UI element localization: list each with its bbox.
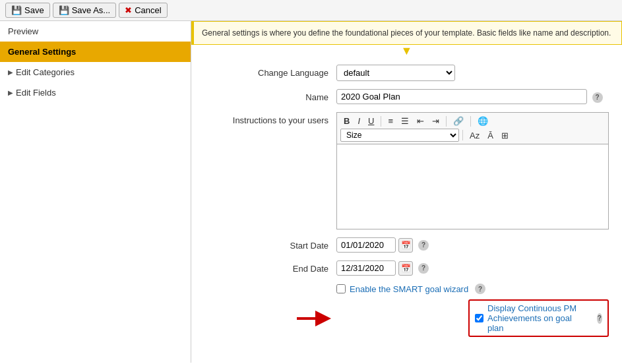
save-label: Save [24, 5, 44, 15]
sidebar-item-edit-fields[interactable]: Edit Fields [0, 82, 191, 103]
main-layout: Preview General Settings Edit Categories… [0, 21, 622, 363]
content-area: General settings is where you define the… [191, 21, 622, 363]
save-as-label: Save As... [72, 5, 111, 15]
instructions-label: Instructions to your users [204, 112, 336, 125]
end-date-calendar-icon[interactable]: 📅 [398, 261, 413, 276]
continuous-pm-label: Display Continuous PM Achievements on go… [487, 303, 590, 333]
instructions-control: B I U ≡ ☰ ⇤ ⇥ 🔗 🌐 Size [336, 112, 609, 229]
rte-sep-1 [381, 116, 381, 127]
rte-italic-button[interactable]: I [354, 115, 363, 127]
cancel-icon: ✖ [125, 5, 132, 15]
name-label: Name [204, 89, 336, 102]
end-date-control: 📅 ? [336, 260, 609, 276]
change-language-label: Change Language [204, 65, 336, 78]
smart-wizard-help-icon[interactable]: ? [475, 284, 485, 294]
save-icon: 💾 [11, 5, 22, 15]
sidebar: Preview General Settings Edit Categories… [0, 21, 191, 363]
arrow-indicator-svg [297, 310, 334, 327]
start-date-label: Start Date [204, 237, 336, 251]
continuous-pm-help-icon[interactable]: ? [597, 313, 602, 324]
start-date-input[interactable] [336, 237, 396, 253]
info-banner-text: General settings is where you define the… [202, 28, 611, 38]
change-language-control: default [336, 65, 609, 81]
continuous-pm-checkbox[interactable] [475, 314, 483, 322]
rte-sep-2 [446, 116, 447, 127]
end-date-label: End Date [204, 260, 336, 274]
rte-underline-button[interactable]: U [365, 115, 377, 127]
rte-smiley-button[interactable]: 🌐 [474, 115, 491, 127]
sidebar-item-preview[interactable]: Preview [0, 21, 191, 42]
continuous-pm-row: Display Continuous PM Achievements on go… [468, 299, 609, 337]
name-row: Name ? [204, 89, 609, 104]
start-date-help-icon[interactable]: ? [418, 240, 429, 251]
rte-size-select[interactable]: Size [340, 129, 459, 142]
name-input[interactable] [336, 89, 587, 104]
sidebar-item-general-settings[interactable]: General Settings [0, 42, 191, 62]
save-as-icon: 💾 [59, 5, 69, 15]
smart-wizard-row: Enable the SMART goal wizard ? [204, 284, 609, 294]
name-help-icon[interactable]: ? [592, 92, 603, 103]
smart-wizard-checkbox[interactable] [336, 284, 346, 293]
continuous-pm-wrapper: Display Continuous PM Achievements on go… [204, 299, 609, 337]
rte-toolbar: B I U ≡ ☰ ⇤ ⇥ 🔗 🌐 Size [336, 112, 609, 144]
rte-sep-3 [470, 116, 471, 127]
banner-arrow: ▼ [191, 45, 622, 57]
rte-strikethrough-button[interactable]: Ā [484, 129, 497, 142]
start-date-control: 📅 ? [336, 237, 609, 253]
rte-link-button[interactable]: 🔗 [450, 115, 467, 127]
rte-ul-button[interactable]: ☰ [398, 115, 412, 127]
change-language-row: Change Language default [204, 65, 609, 81]
start-date-row: Start Date 📅 ? [204, 237, 609, 253]
rte-sep-4 [462, 130, 463, 140]
end-date-row: End Date 📅 ? [204, 260, 609, 276]
cancel-button[interactable]: ✖ Cancel [119, 3, 167, 18]
rte-ol-button[interactable]: ≡ [385, 115, 396, 127]
sidebar-item-edit-categories[interactable]: Edit Categories [0, 62, 191, 82]
form-area: Change Language default Name ? Instructi… [191, 57, 622, 350]
cancel-label: Cancel [135, 5, 161, 15]
name-control: ? [336, 89, 609, 104]
save-as-button[interactable]: 💾 Save As... [53, 3, 117, 18]
end-date-input[interactable] [336, 260, 396, 276]
start-date-calendar-icon[interactable]: 📅 [398, 238, 413, 253]
smart-wizard-label: Enable the SMART goal wizard [350, 284, 468, 294]
main-toolbar: 💾 Save 💾 Save As... ✖ Cancel [0, 0, 622, 21]
change-language-select[interactable]: default [336, 65, 455, 81]
rte-az-button[interactable]: Az [466, 129, 483, 142]
end-date-help-icon[interactable]: ? [418, 263, 429, 274]
rte-format-button[interactable]: ⊞ [498, 129, 512, 142]
rte-outdent-button[interactable]: ⇥ [429, 115, 443, 127]
rte-bold-button[interactable]: B [340, 115, 353, 127]
instructions-row: Instructions to your users B I U ≡ ☰ ⇤ ⇥… [204, 112, 609, 229]
rte-indent-button[interactable]: ⇤ [414, 115, 427, 127]
rte-content-area[interactable] [336, 144, 609, 229]
save-button[interactable]: 💾 Save [5, 3, 50, 18]
info-banner: General settings is where you define the… [191, 21, 622, 45]
